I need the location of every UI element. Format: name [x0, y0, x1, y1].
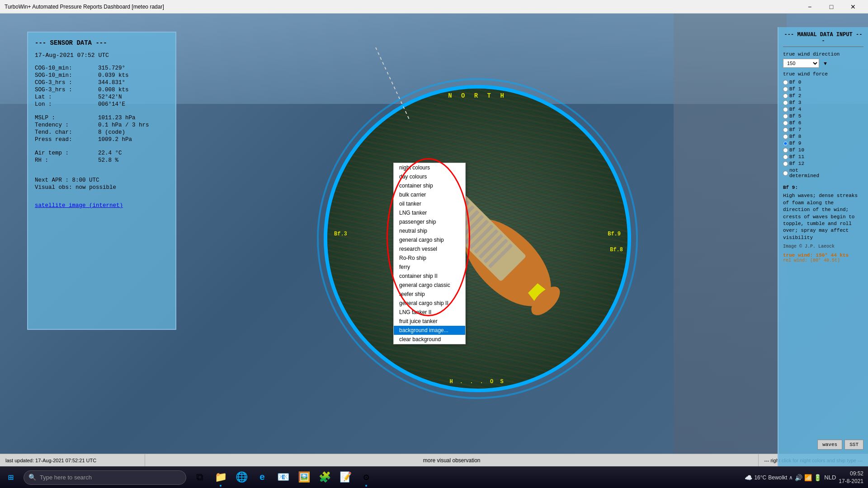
search-placeholder-text: Type here to search: [40, 474, 92, 481]
window-controls: − □ ✕: [799, 0, 863, 14]
search-icon: 🔍: [28, 474, 36, 481]
maximize-button[interactable]: □: [821, 0, 842, 14]
ctx-ferry[interactable]: ferry: [394, 263, 465, 272]
bf-ring-label-2: Bf.8: [610, 247, 623, 253]
sensor-row-visual-obs: Visual obs: now possible: [35, 184, 169, 191]
ctx-fruit-juice-tanker[interactable]: fruit juice tanker: [394, 317, 465, 326]
taskbar-app-turbowin[interactable]: ⚙️: [356, 468, 376, 488]
ctx-ro-ro-ship[interactable]: Ro-Ro ship: [394, 253, 465, 263]
sensor-row-tendency: Tendency : 0.1 hPa / 3 hrs: [35, 122, 169, 128]
ctx-day-colours[interactable]: day colours: [394, 172, 465, 181]
rel-wind-info: rel wind: (80° 40.5t): [783, 258, 863, 263]
ctx-general-cargo-ship-ii[interactable]: general cargo ship II: [394, 299, 465, 308]
taskbar-app-outlook[interactable]: 📧: [273, 468, 293, 488]
ctx-neutral-ship[interactable]: neutral ship: [394, 226, 465, 235]
main-area: N O R T H H . . . O S Bf.6 Bf.8 Bf.9 Bf.…: [0, 14, 868, 463]
ctx-general-cargo-classic[interactable]: general cargo classic: [394, 281, 465, 290]
taskbar-search[interactable]: 🔍 Type here to search: [24, 470, 186, 485]
radar-circle: N O R T H H . . . O S Bf.6 Bf.8 Bf.9 Bf.…: [324, 85, 631, 392]
ctx-night-colours[interactable]: night colours: [394, 163, 465, 172]
taskview-icon: ⧉: [196, 472, 203, 483]
radio-bf4[interactable]: Bf 4: [783, 107, 823, 112]
weather-icon: ☁️: [745, 474, 752, 481]
radio-bf2[interactable]: Bf 2: [783, 93, 823, 99]
manual-panel: --- MANUAL DATA INPUT --- true wind dire…: [778, 27, 868, 477]
chevron-up-icon[interactable]: ∧: [789, 474, 793, 481]
word-icon: 📝: [340, 471, 352, 483]
status-center-text[interactable]: more visual observation: [145, 454, 759, 466]
radio-bf11[interactable]: Bf 11: [783, 154, 823, 160]
ctx-container-ship[interactable]: container ship: [394, 181, 465, 190]
radio-bf12[interactable]: Bf 12: [783, 161, 823, 166]
taskbar-app-chrome[interactable]: 🌐: [231, 468, 251, 488]
sensor-row-nextapr: Next APR : 8:00 UTC: [35, 177, 169, 183]
manual-panel-title: --- MANUAL DATA INPUT ---: [783, 32, 863, 47]
ctx-background-image[interactable]: background image...: [394, 326, 465, 335]
wind-force-label: true wind force: [783, 71, 863, 77]
taskbar-app-photos[interactable]: 🖼️: [294, 468, 314, 488]
sensor-row-mslp: MSLP : 1011.23 hPa: [35, 115, 169, 121]
ctx-oil-tanker[interactable]: oil tanker: [394, 199, 465, 208]
context-menu[interactable]: night colours day colours container ship…: [393, 163, 466, 344]
radio-bf5[interactable]: Bf 5: [783, 113, 823, 119]
clock-time: 09:52: [839, 470, 863, 478]
sensor-row-tend-char: Tend. char: 8 (code): [35, 129, 169, 136]
radio-bf8[interactable]: Bf 8: [783, 134, 823, 139]
satellite-link[interactable]: satellite image (internet): [35, 202, 169, 209]
temperature-text: 16°C: [754, 474, 766, 481]
wind-force-radio-group: Bf 0 Bf 1 Bf 2 Bf 3 Bf 4 Bf 5 Bf 6 Bf 7 …: [783, 80, 863, 180]
ctx-passenger-ship[interactable]: passenger ship: [394, 217, 465, 226]
ctx-container-ship-ii[interactable]: container ship II: [394, 272, 465, 281]
radio-bf1[interactable]: Bf 1: [783, 86, 823, 92]
ctx-research-vessel[interactable]: research vessel: [394, 244, 465, 253]
bf-ring-label-4: Bf.3: [334, 231, 347, 237]
bf-text: High waves; dense streaks of foam along …: [783, 192, 863, 241]
ctx-lng-tanker[interactable]: LNG tanker: [394, 208, 465, 217]
taskbar-app-edge[interactable]: e: [252, 468, 272, 488]
turbowin-icon: ⚙️: [363, 471, 369, 483]
radio-col-right: Bf 7 Bf 8 Bf 9 Bf 10 Bf 11 Bf 12 not det…: [783, 127, 823, 180]
radio-col-left: Bf 0 Bf 1 Bf 2 Bf 3 Bf 4 Bf 5 Bf 6: [783, 80, 823, 127]
minimize-button[interactable]: −: [799, 0, 820, 14]
speaker-icon: 🔊: [795, 474, 802, 481]
taskbar-clock[interactable]: 09:52 17-8-2021: [839, 470, 863, 485]
taskbar-app-explorer[interactable]: 📁: [211, 468, 231, 488]
start-button[interactable]: ⊞: [0, 467, 22, 488]
status-last-updated: last updated: 17-Aug-2021 07:52:21 UTC: [0, 454, 145, 466]
radio-bf10[interactable]: Bf 10: [783, 147, 823, 153]
taskbar-apps: ⧉ 📁 🌐 e 📧 🖼️ 🧩 📝 ⚙️: [190, 468, 376, 488]
taskbar-app-taskview[interactable]: ⧉: [190, 468, 210, 488]
taskbar-app-word[interactable]: 📝: [335, 468, 355, 488]
language-indicator: NLD: [824, 474, 836, 481]
ctx-reefer-ship[interactable]: reefer ship: [394, 290, 465, 299]
waves-button[interactable]: waves: [817, 440, 842, 450]
windows-logo-icon: ⊞: [8, 472, 14, 483]
radio-bf6[interactable]: Bf 6: [783, 120, 823, 126]
radio-bf0[interactable]: Bf 0: [783, 80, 823, 85]
sensor-row-cog3: COG-3_hrs : 344.831°: [35, 80, 169, 86]
radio-bf-nd[interactable]: not determined: [783, 168, 823, 178]
radio-bf7[interactable]: Bf 7: [783, 127, 823, 132]
battery-icon: 🔋: [814, 474, 821, 481]
ctx-bulk-carrier[interactable]: bulk carrier: [394, 190, 465, 199]
ctx-general-cargo-ship[interactable]: general cargo ship: [394, 235, 465, 244]
outlook-icon: 📧: [277, 471, 289, 483]
ctx-clear-background[interactable]: clear background: [394, 335, 465, 344]
ctx-lng-tanker-ii[interactable]: LNG tanker II: [394, 308, 465, 317]
south-label: H . . . O S: [449, 379, 505, 385]
sensor-row-rh: RH : 52.8 %: [35, 157, 169, 164]
bf-ring-label-3: Bf.9: [608, 231, 621, 237]
radar-container[interactable]: N O R T H H . . . O S Bf.6 Bf.8 Bf.9 Bf.…: [324, 85, 631, 392]
chrome-icon: 🌐: [236, 471, 248, 483]
sensor-row-lat: Lat : 52°42'N: [35, 94, 169, 100]
sensor-row-sog3: SOG-3_hrs : 0.008 kts: [35, 87, 169, 93]
wind-direction-select[interactable]: 150 160 170: [783, 59, 819, 68]
sensor-row-press-read: Press read: 1009.2 hPa: [35, 136, 169, 143]
taskbar-app-puzzle[interactable]: 🧩: [315, 468, 335, 488]
network-icon: 📶: [804, 474, 812, 481]
sst-button[interactable]: SST: [844, 440, 863, 450]
radio-bf3[interactable]: Bf 3: [783, 100, 823, 105]
radio-bf9[interactable]: Bf 9: [783, 141, 823, 146]
clock-date: 17-8-2021: [839, 478, 863, 485]
close-button[interactable]: ✕: [843, 0, 863, 14]
